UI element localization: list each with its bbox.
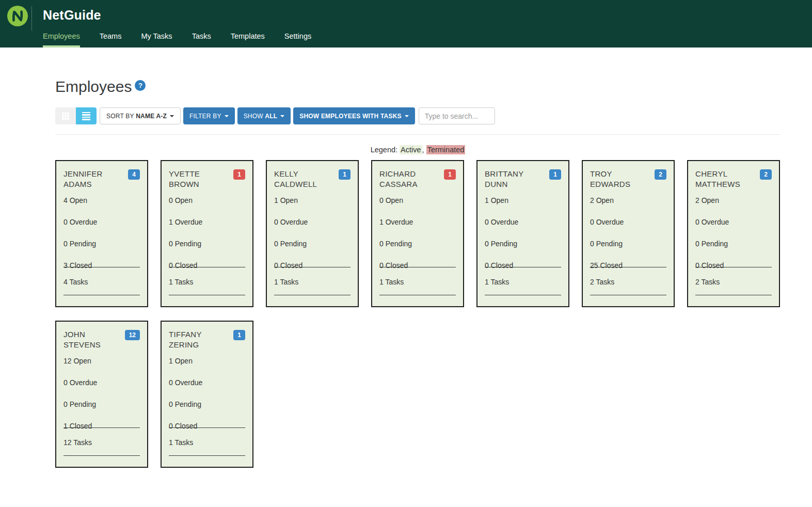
stat-open: 2 Open (590, 196, 666, 204)
stat-closed: 0 Closed (695, 261, 772, 270)
task-count-badge: 2 (655, 169, 666, 180)
filter-by-label: FILTER BY (189, 113, 221, 120)
nav-item-teams[interactable]: Teams (100, 32, 122, 47)
stat-closed: 3 Closed (63, 261, 140, 270)
employee-card[interactable]: BRITTANY DUNN 1 1 Open 0 Overdue 0 Pendi… (476, 160, 569, 307)
employee-name: CHERYL MATTHEWS (695, 169, 749, 189)
stat-overdue: 0 Overdue (63, 218, 140, 226)
app-title: NetGuide (43, 8, 101, 23)
stat-overdue: 0 Overdue (63, 378, 140, 387)
stat-overdue: 0 Overdue (590, 218, 666, 226)
stat-pending: 0 Pending (695, 240, 772, 248)
show-prefix: SHOW (244, 113, 263, 120)
card-divider (379, 295, 456, 295)
main-content: Employees ? SORT BY NAME A-Z FILTER BY (0, 79, 812, 488)
employee-name: BRITTANY DUNN (485, 169, 538, 189)
employee-card-grid: JENNIFER ADAMS 4 4 Open 0 Overdue 0 Pend… (55, 160, 781, 468)
card-divider (274, 295, 351, 295)
stat-overdue: 1 Overdue (379, 218, 456, 226)
card-divider (169, 455, 245, 456)
nav-item-employees[interactable]: Employees (43, 32, 80, 47)
nav-item-tasks[interactable]: Tasks (192, 32, 211, 47)
task-count-badge: 1 (233, 330, 245, 340)
legend-comma: , (422, 146, 424, 154)
stat-open: 1 Open (169, 357, 245, 365)
sort-by-value: NAME A-Z (136, 113, 167, 120)
toolbar: SORT BY NAME A-Z FILTER BY SHOW ALL SHOW… (55, 107, 781, 124)
employee-card[interactable]: TROY EDWARDS 2 2 Open 0 Overdue 0 Pendin… (582, 160, 675, 307)
show-employees-with-tasks-label: SHOW EMPLOYEES WITH TASKS (299, 113, 401, 120)
employee-name: TROY EDWARDS (590, 169, 644, 189)
stat-open: 0 Open (169, 196, 245, 204)
stat-open: 2 Open (695, 196, 772, 204)
grid-view-button[interactable] (55, 107, 76, 124)
stat-pending: 0 Pending (590, 240, 666, 248)
stat-closed: 1 Closed (63, 422, 140, 430)
stat-tasks: 1 Tasks (169, 438, 245, 447)
stat-closed: 0 Closed (169, 261, 245, 270)
show-all-button[interactable]: SHOW ALL (237, 107, 291, 124)
stat-pending: 0 Pending (169, 240, 245, 248)
help-icon[interactable]: ? (135, 80, 146, 91)
stat-tasks: 1 Tasks (379, 278, 456, 286)
list-icon (82, 112, 90, 120)
employee-card[interactable]: YVETTE BROWN 1 0 Open 1 Overdue 0 Pendin… (161, 160, 253, 307)
sort-by-button[interactable]: SORT BY NAME A-Z (100, 107, 181, 124)
nav-item-my-tasks[interactable]: My Tasks (141, 32, 172, 47)
view-toggle (55, 107, 97, 124)
legend-terminated-chip: Terminated (426, 145, 466, 154)
employee-card[interactable]: CHERYL MATTHEWS 2 2 Open 0 Overdue 0 Pen… (687, 160, 780, 307)
stat-pending: 0 Pending (63, 240, 140, 248)
stat-tasks: 2 Tasks (590, 278, 666, 286)
employee-card[interactable]: RICHARD CASSARA 1 0 Open 1 Overdue 0 Pen… (371, 160, 464, 307)
stat-open: 1 Open (485, 196, 561, 204)
stat-overdue: 0 Overdue (169, 378, 245, 387)
stat-pending: 0 Pending (485, 240, 561, 248)
stat-overdue: 0 Overdue (485, 218, 561, 226)
stat-pending: 0 Pending (379, 240, 456, 248)
header-divider (31, 6, 32, 30)
card-divider (63, 295, 140, 295)
search-input[interactable] (419, 107, 495, 124)
task-count-badge: 1 (549, 169, 561, 180)
stat-overdue: 0 Overdue (274, 218, 351, 226)
list-view-button[interactable] (76, 107, 97, 124)
employee-name: YVETTE BROWN (169, 169, 222, 189)
nav-item-settings[interactable]: Settings (284, 32, 311, 47)
card-divider (63, 455, 140, 456)
stat-closed: 0 Closed (274, 261, 351, 270)
task-count-badge: 12 (125, 330, 140, 340)
show-employees-with-tasks-button[interactable]: SHOW EMPLOYEES WITH TASKS (293, 107, 415, 124)
toolbar-divider (55, 134, 781, 135)
employee-name: RICHARD CASSARA (379, 169, 433, 189)
task-count-badge: 2 (760, 169, 772, 180)
stat-pending: 0 Pending (274, 240, 351, 248)
stat-open: 4 Open (63, 196, 140, 204)
employee-name: JOHN STEVENS (63, 329, 117, 350)
card-divider (695, 295, 772, 295)
task-count-badge: 1 (339, 169, 351, 180)
legend-prefix: Legend: (371, 146, 397, 154)
employee-card[interactable]: KELLY CALDWELL 1 1 Open 0 Overdue 0 Pend… (266, 160, 359, 307)
app-logo[interactable] (7, 5, 28, 29)
stat-tasks: 12 Tasks (63, 438, 140, 447)
employee-card[interactable]: TIFFANY ZERING 1 1 Open 0 Overdue 0 Pend… (161, 321, 253, 468)
stat-overdue: 0 Overdue (695, 218, 772, 226)
stat-pending: 0 Pending (63, 400, 140, 408)
stat-tasks: 2 Tasks (695, 278, 772, 286)
netguide-logo-icon (7, 5, 28, 27)
card-divider (169, 295, 245, 295)
employee-name: JENNIFER ADAMS (63, 169, 117, 189)
nav-item-templates[interactable]: Templates (231, 32, 265, 47)
chevron-down-icon (405, 115, 409, 117)
task-count-badge: 1 (444, 169, 456, 180)
employee-card[interactable]: JENNIFER ADAMS 4 4 Open 0 Overdue 0 Pend… (55, 160, 148, 307)
employee-name: KELLY CALDWELL (274, 169, 328, 189)
app-header: NetGuide Employees Teams My Tasks Tasks … (0, 0, 812, 47)
filter-by-button[interactable]: FILTER BY (183, 107, 235, 124)
employee-card[interactable]: JOHN STEVENS 12 12 Open 0 Overdue 0 Pend… (55, 321, 148, 468)
chevron-down-icon (170, 115, 174, 117)
stat-closed: 0 Closed (169, 422, 245, 430)
stat-open: 0 Open (379, 196, 456, 204)
main-nav: Employees Teams My Tasks Tasks Templates… (43, 32, 331, 47)
